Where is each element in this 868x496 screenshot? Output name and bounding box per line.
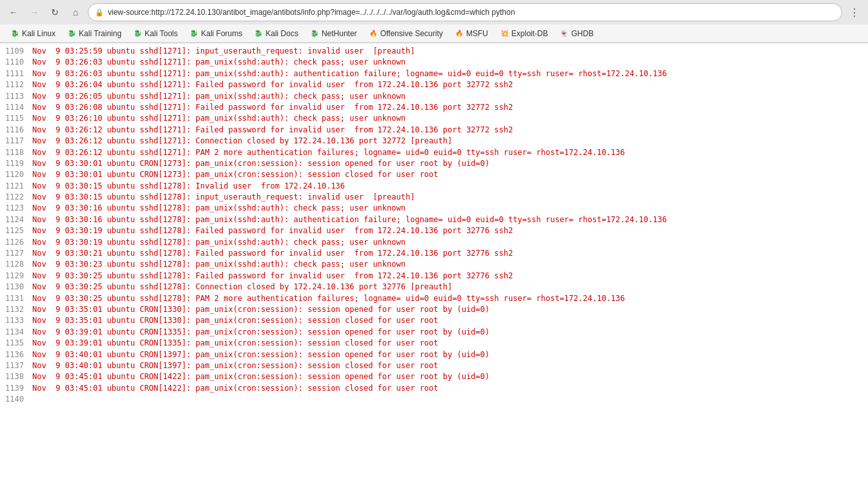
log-line: 1140: [5, 394, 863, 405]
menu-button[interactable]: ⋮: [846, 4, 863, 21]
kali-tools-favicon: 🐉: [133, 29, 142, 38]
bookmark-ghdb-label: GHDB: [571, 29, 594, 38]
line-content: Nov 9 03:26:03 ubuntu sshd[1271]: pam_un…: [32, 68, 667, 79]
line-content: Nov 9 03:26:03 ubuntu sshd[1271]: pam_un…: [32, 57, 406, 68]
log-line: 1135Nov 9 03:39:01 ubuntu CRON[1335]: pa…: [5, 338, 863, 349]
line-content: Nov 9 03:45:01 ubuntu CRON[1422]: pam_un…: [32, 383, 439, 394]
line-content: Nov 9 03:26:12 ubuntu sshd[1271]: Connec…: [32, 136, 452, 147]
kali-linux-favicon: 🐉: [10, 29, 19, 38]
bookmark-kali-training-label: Kali Training: [79, 29, 121, 38]
log-line: 1137Nov 9 03:40:01 ubuntu CRON[1397]: pa…: [5, 360, 863, 371]
line-number: 1113: [5, 91, 32, 102]
line-content: Nov 9 03:30:21 ubuntu sshd[1278]: Failed…: [32, 248, 513, 259]
bookmark-kali-tools[interactable]: 🐉 Kali Tools: [128, 27, 183, 40]
bookmark-offensive-security-label: Offensive Security: [380, 29, 443, 38]
line-number: 1122: [5, 192, 32, 203]
line-number: 1132: [5, 304, 32, 315]
bookmark-exploit-db-label: Exploit-DB: [512, 29, 548, 38]
log-line: 1134Nov 9 03:39:01 ubuntu CRON[1335]: pa…: [5, 327, 863, 338]
line-number: 1128: [5, 259, 32, 270]
log-line: 1126Nov 9 03:30:19 ubuntu sshd[1278]: pa…: [5, 237, 863, 248]
log-line: 1128Nov 9 03:30:23 ubuntu sshd[1278]: pa…: [5, 259, 863, 270]
line-content: Nov 9 03:30:16 ubuntu sshd[1278]: pam_un…: [32, 214, 667, 225]
line-content: Nov 9 03:30:16 ubuntu sshd[1278]: pam_un…: [32, 203, 406, 214]
nethunter-favicon: 🐉: [310, 29, 319, 38]
home-button[interactable]: ⌂: [67, 4, 84, 21]
bookmark-kali-linux-label: Kali Linux: [22, 29, 56, 38]
page-content: 1109Nov 9 03:25:59 ubuntu sshd[1271]: in…: [0, 43, 868, 496]
line-content: Nov 9 03:39:01 ubuntu CRON[1335]: pam_un…: [32, 327, 490, 338]
offensive-security-favicon: 🔥: [369, 29, 378, 38]
bookmark-nethunter[interactable]: 🐉 NetHunter: [305, 27, 362, 40]
log-line: 1109Nov 9 03:25:59 ubuntu sshd[1271]: in…: [5, 46, 863, 57]
bookmark-msfu-label: MSFU: [466, 29, 488, 38]
line-number: 1118: [5, 147, 32, 158]
ghdb-favicon: 👻: [559, 29, 568, 38]
line-content: Nov 9 03:30:19 ubuntu sshd[1278]: pam_un…: [32, 237, 406, 248]
line-content: Nov 9 03:26:05 ubuntu sshd[1271]: pam_un…: [32, 91, 406, 102]
url-input[interactable]: [108, 8, 835, 17]
bookmark-kali-linux[interactable]: 🐉 Kali Linux: [5, 27, 61, 40]
line-number: 1112: [5, 79, 32, 90]
line-number: 1110: [5, 57, 32, 68]
bookmark-kali-forums-label: Kali Forums: [201, 29, 242, 38]
line-content: Nov 9 03:26:12 ubuntu sshd[1271]: PAM 2 …: [32, 147, 625, 158]
line-content: Nov 9 03:35:01 ubuntu CRON[1330]: pam_un…: [32, 304, 490, 315]
line-number: 1115: [5, 113, 32, 124]
line-content: Nov 9 03:30:15 ubuntu sshd[1278]: Invali…: [32, 181, 345, 192]
bookmark-ghdb[interactable]: 👻 GHDB: [554, 27, 599, 40]
log-line: 1117Nov 9 03:26:12 ubuntu sshd[1271]: Co…: [5, 136, 863, 147]
line-number: 1123: [5, 203, 32, 214]
line-number: 1125: [5, 225, 32, 236]
log-line: 1112Nov 9 03:26:04 ubuntu sshd[1271]: Fa…: [5, 79, 863, 90]
log-line: 1133Nov 9 03:35:01 ubuntu CRON[1330]: pa…: [5, 315, 863, 326]
line-number: 1137: [5, 360, 32, 371]
line-number: 1120: [5, 169, 32, 180]
line-content: Nov 9 03:30:25 ubuntu sshd[1278]: Connec…: [32, 282, 452, 293]
log-line: 1124Nov 9 03:30:16 ubuntu sshd[1278]: pa…: [5, 214, 863, 225]
browser-chrome: ← → ↻ ⌂ 🔒 ⋮ 🐉 Kali Linux 🐉 Kali Training…: [0, 0, 868, 43]
log-line: 1127Nov 9 03:30:21 ubuntu sshd[1278]: Fa…: [5, 248, 863, 259]
line-number: 1124: [5, 214, 32, 225]
bookmark-exploit-db[interactable]: 💥 Exploit-DB: [495, 27, 553, 40]
log-line: 1125Nov 9 03:30:19 ubuntu sshd[1278]: Fa…: [5, 225, 863, 236]
line-content: Nov 9 03:30:25 ubuntu sshd[1278]: Failed…: [32, 271, 513, 282]
line-number: 1116: [5, 125, 32, 136]
line-content: Nov 9 03:45:01 ubuntu CRON[1422]: pam_un…: [32, 371, 490, 382]
reload-button[interactable]: ↻: [46, 4, 63, 21]
line-number: 1117: [5, 136, 32, 147]
line-content: Nov 9 03:26:10 ubuntu sshd[1271]: pam_un…: [32, 113, 406, 124]
line-content: Nov 9 03:30:15 ubuntu sshd[1278]: input_…: [32, 192, 415, 203]
bookmark-kali-docs-label: Kali Docs: [265, 29, 298, 38]
line-number: 1138: [5, 371, 32, 382]
bookmark-kali-forums[interactable]: 🐉 Kali Forums: [184, 27, 247, 40]
line-content: Nov 9 03:35:01 ubuntu CRON[1330]: pam_un…: [32, 315, 439, 326]
line-content: Nov 9 03:26:12 ubuntu sshd[1271]: Failed…: [32, 125, 513, 136]
line-content: Nov 9 03:30:19 ubuntu sshd[1278]: Failed…: [32, 225, 513, 236]
bookmark-msfu[interactable]: 🔥 MSFU: [450, 27, 493, 40]
line-number: 1139: [5, 383, 32, 394]
log-line: 1115Nov 9 03:26:10 ubuntu sshd[1271]: pa…: [5, 113, 863, 124]
bookmark-offensive-security[interactable]: 🔥 Offensive Security: [364, 27, 448, 40]
line-number: 1109: [5, 46, 32, 57]
kali-training-favicon: 🐉: [67, 29, 76, 38]
log-line: 1138Nov 9 03:45:01 ubuntu CRON[1422]: pa…: [5, 371, 863, 382]
back-button[interactable]: ←: [5, 4, 22, 21]
log-line: 1139Nov 9 03:45:01 ubuntu CRON[1422]: pa…: [5, 383, 863, 394]
log-line: 1129Nov 9 03:30:25 ubuntu sshd[1278]: Fa…: [5, 271, 863, 282]
line-number: 1111: [5, 68, 32, 79]
line-number: 1127: [5, 248, 32, 259]
line-number: 1133: [5, 315, 32, 326]
log-line: 1131Nov 9 03:30:25 ubuntu sshd[1278]: PA…: [5, 293, 863, 304]
forward-button[interactable]: →: [26, 4, 43, 21]
bookmark-kali-training[interactable]: 🐉 Kali Training: [62, 27, 127, 40]
log-line: 1119Nov 9 03:30:01 ubuntu CRON[1273]: pa…: [5, 158, 863, 169]
address-bar[interactable]: 🔒: [88, 3, 842, 21]
bookmark-kali-docs[interactable]: 🐉 Kali Docs: [249, 27, 304, 40]
log-line: 1111Nov 9 03:26:03 ubuntu sshd[1271]: pa…: [5, 68, 863, 79]
line-number: 1126: [5, 237, 32, 248]
line-content: Nov 9 03:30:01 ubuntu CRON[1273]: pam_un…: [32, 158, 490, 169]
line-number: 1114: [5, 102, 32, 113]
bookmarks-bar: 🐉 Kali Linux 🐉 Kali Training 🐉 Kali Tool…: [0, 25, 868, 43]
kali-forums-favicon: 🐉: [189, 29, 198, 38]
